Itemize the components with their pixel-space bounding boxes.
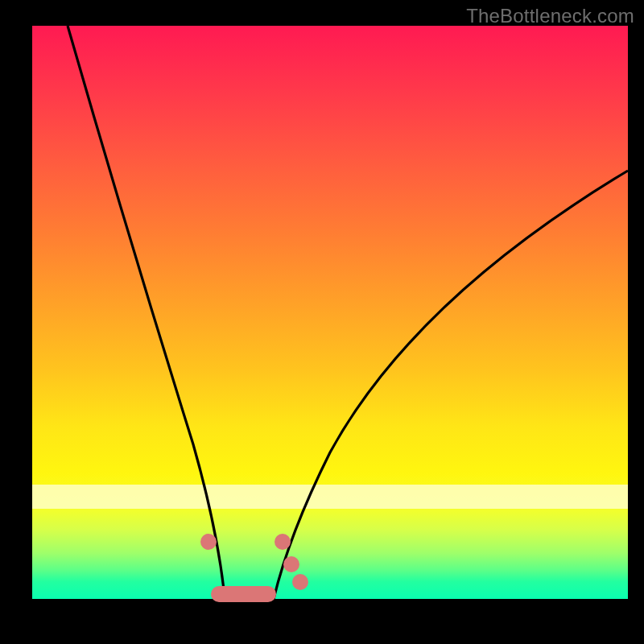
chart-frame: TheBottleneck.com	[0, 0, 644, 644]
plot-area	[32, 26, 628, 599]
marker-dot	[275, 534, 291, 550]
right-curve	[274, 171, 628, 599]
marker-floor-bar	[211, 586, 276, 602]
marker-dot	[200, 534, 217, 550]
marker-dot	[283, 556, 299, 572]
curve-layer	[32, 26, 628, 599]
watermark-label: TheBottleneck.com	[466, 5, 634, 27]
left-curve	[68, 26, 226, 599]
marker-dot	[292, 574, 308, 590]
